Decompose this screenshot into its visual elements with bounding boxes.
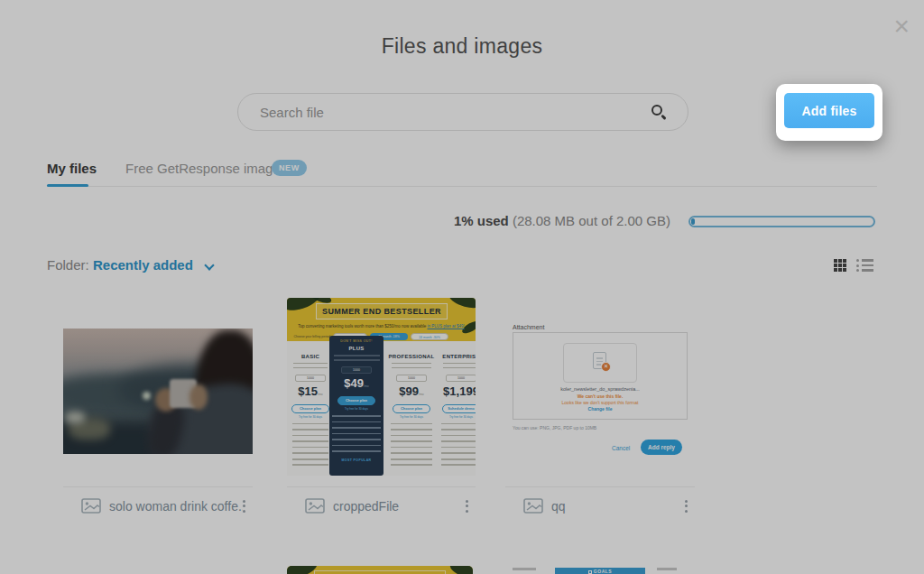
file-thumbnail-pricing[interactable]: SUMMER END BESTSELLER Top converting mar…	[287, 298, 476, 476]
file-row: solo woman drink coffe...	[63, 486, 253, 487]
tab-free-getresponse-images[interactable]: Free GetResponse images	[125, 161, 287, 176]
pricing-yellow-header: SUMMER END BESTSELLER Top converting mar…	[287, 298, 476, 341]
file-thumbnail-partial-goals[interactable]: GOALS	[505, 560, 695, 574]
new-badge: NEW	[272, 160, 307, 176]
file-row: qq	[505, 486, 695, 487]
add-reply-button: Add reply	[641, 440, 682, 455]
file-name[interactable]: solo woman drink coffe...	[109, 499, 243, 514]
pricing-banner-title: SUMMER END BESTSELLER	[316, 303, 448, 319]
file-thumbnail-photo[interactable]	[63, 329, 253, 454]
storage-detail: (28.08 MB out of 2.00 GB)	[509, 213, 670, 228]
image-icon	[305, 498, 325, 514]
search-icon[interactable]	[651, 105, 662, 116]
search-bar[interactable]	[237, 93, 688, 131]
kebab-menu-icon[interactable]	[243, 500, 245, 513]
page-title: Files and images	[0, 34, 924, 59]
files-and-images-modal: Files and images × My files Free GetResp…	[0, 0, 924, 574]
search-input[interactable]	[260, 94, 639, 130]
folder-dropdown[interactable]: Recently added	[93, 257, 193, 273]
plan-professional: PROFESSIONAL 1000 $99/mo Choose plan Try…	[388, 341, 435, 476]
billing-24-month: 24 month -30%	[411, 333, 448, 340]
plan-basic: BASIC 1000 $15/mo Choose plan Try free f…	[291, 341, 330, 476]
image-icon	[81, 498, 101, 514]
list-view-icon[interactable]	[856, 259, 873, 272]
kebab-menu-icon[interactable]	[685, 500, 688, 513]
storage-progress-bar	[688, 216, 875, 227]
file-thumbnail-attachment[interactable]: Attachment × koler_newsletter_do_sprawdz…	[505, 302, 695, 474]
pricing-subtitle: Top converting marketing tools worth mor…	[294, 324, 468, 329]
tab-my-files[interactable]: My files	[47, 161, 97, 176]
attachment-label: Attachment	[513, 324, 544, 330]
attachment-cancel-link: Cancel	[612, 445, 630, 451]
attachment-filename: koler_newsletter_do_sprawdzenia...	[513, 386, 688, 392]
close-icon[interactable]: ×	[893, 13, 910, 40]
storage-usage-text: 1% used (28.08 MB out of 2.00 GB)	[454, 213, 670, 228]
folder-label: Folder:	[47, 257, 89, 273]
chevron-down-icon[interactable]	[204, 260, 214, 270]
attachment-error-line2: Looks like we don't support this format	[513, 400, 688, 405]
kebab-menu-icon[interactable]	[466, 500, 468, 513]
storage-used-label: 1% used	[454, 213, 509, 228]
file-name[interactable]: qq	[551, 499, 685, 514]
image-icon	[523, 498, 543, 514]
attachment-hint: You can use: PNG, JPG, PDF up to 10MB	[513, 425, 596, 430]
storage-progress-fill	[691, 218, 695, 225]
grid-view-icon[interactable]	[834, 259, 846, 272]
error-badge-icon: ×	[601, 362, 611, 372]
add-files-spotlight: Add files	[776, 84, 882, 141]
goals-banner: GOALS	[555, 568, 645, 574]
file-thumbnail-partial-yellow[interactable]	[287, 566, 473, 574]
active-tab-underline	[47, 184, 88, 187]
plan-plus: DON'T MISS OUT! PLUS 1000 $49/mo Choose …	[329, 336, 383, 476]
change-file-link: Change file	[513, 406, 688, 412]
add-files-button[interactable]: Add files	[784, 93, 874, 128]
file-name[interactable]: croppedFile	[333, 499, 466, 514]
plan-enterprise: ENTERPRISE 1000 $1,199 Schedule demo Try…	[439, 341, 476, 476]
tabs-divider	[47, 186, 877, 187]
file-row: croppedFile	[287, 486, 476, 487]
attachment-error-line1: We can't use this file.	[513, 393, 688, 399]
